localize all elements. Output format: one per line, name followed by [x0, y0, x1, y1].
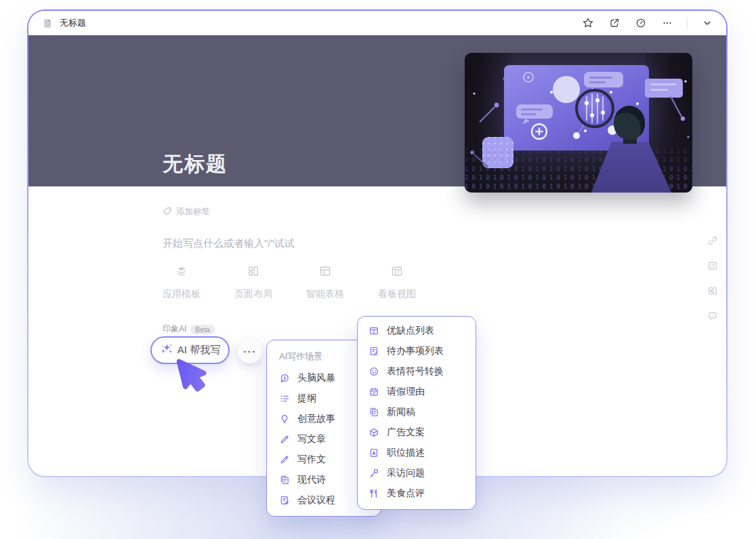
- template-icon: [175, 264, 188, 281]
- leave-icon: [369, 386, 379, 397]
- quick-action-smart-table[interactable]: 智能表格: [306, 264, 345, 300]
- star-icon[interactable]: [581, 16, 595, 30]
- add-tag-label: 添加标签: [176, 206, 210, 218]
- story-icon: [279, 414, 290, 424]
- menu-item-ad-copy[interactable]: 广告文案: [358, 422, 476, 443]
- quick-actions: 应用模板 页面布局 智能表格: [162, 264, 417, 300]
- ai-write-label: AI 帮我写: [177, 344, 220, 357]
- write-essay-icon: [279, 454, 290, 465]
- interview-icon: [369, 468, 379, 479]
- menu-item-food-review[interactable]: 美食点评: [358, 483, 476, 504]
- food-review-icon: [369, 488, 379, 499]
- titlebar-actions: [581, 16, 714, 30]
- todo-icon: [369, 346, 379, 357]
- collapse-icon[interactable]: [700, 16, 714, 30]
- page-background: 无标题: [0, 0, 756, 539]
- quick-action-template[interactable]: 应用模板: [162, 264, 201, 300]
- menu-item-leave[interactable]: 请假理由: [358, 382, 476, 402]
- blocks-icon[interactable]: [707, 285, 718, 296]
- brainstorm-icon: [279, 373, 290, 384]
- menu-item-pros-cons[interactable]: 优缺点列表: [358, 321, 476, 341]
- quick-action-kanban[interactable]: 看板视图: [377, 264, 417, 300]
- smart-table-icon: [318, 264, 332, 281]
- news-icon: [369, 407, 379, 418]
- beta-badge: Beta: [190, 325, 215, 334]
- pros-cons-icon: [369, 325, 379, 336]
- write-article-icon: [279, 434, 290, 445]
- ai-illustration: 1010101010101010101010101010101010101010…: [465, 53, 692, 193]
- ai-write-button[interactable]: AI 帮我写: [150, 336, 230, 364]
- document-icon: [41, 16, 54, 30]
- link-icon[interactable]: [707, 235, 718, 246]
- quick-action-layout[interactable]: 页面布局: [234, 264, 273, 300]
- ad-copy-icon: [369, 427, 379, 438]
- titlebar: 无标题: [28, 11, 726, 35]
- person-silhouette: [579, 111, 681, 193]
- layout-icon: [247, 264, 260, 281]
- ai-more-label: ···: [243, 346, 257, 357]
- agenda-icon: [279, 495, 290, 506]
- ai-brand-label: 印象AI: [163, 323, 186, 335]
- outline-icon: [279, 393, 290, 404]
- share-icon[interactable]: [608, 16, 621, 30]
- ai-scenes-menu: 优缺点列表 待办事项列表 表情符号转换 请假理由 新闻稿 广告文案 职位描述: [357, 316, 476, 510]
- ai-sparkle-icon: [160, 342, 173, 359]
- recent-icon[interactable]: [634, 16, 648, 30]
- editor-placeholder[interactable]: 开始写点什么或者输入"/"试试: [163, 237, 295, 250]
- side-toolbar: [707, 235, 718, 321]
- tag-icon: [163, 206, 172, 218]
- menu-item-todo[interactable]: 待办事项列表: [358, 341, 476, 361]
- titlebar-divider: [687, 18, 688, 28]
- poem-icon: [279, 475, 290, 485]
- more-icon[interactable]: [660, 16, 674, 30]
- note-header-title[interactable]: 无标题: [163, 151, 228, 178]
- add-tag-button[interactable]: 添加标签: [163, 206, 210, 218]
- ai-more-button[interactable]: ···: [238, 339, 262, 363]
- kanban-icon: [390, 264, 404, 281]
- comment-icon[interactable]: [707, 311, 718, 321]
- menu-item-emoji[interactable]: 表情符号转换: [358, 361, 476, 382]
- note-title: 无标题: [60, 17, 86, 29]
- menu-item-job[interactable]: 职位描述: [358, 443, 476, 463]
- menu-item-news[interactable]: 新闻稿: [358, 402, 476, 422]
- menu-item-interview[interactable]: 采访问题: [358, 463, 476, 483]
- job-icon: [369, 447, 379, 458]
- emoji-icon: [369, 366, 379, 377]
- ai-brand-row: 印象AI Beta: [163, 323, 215, 335]
- list-icon[interactable]: [707, 260, 718, 271]
